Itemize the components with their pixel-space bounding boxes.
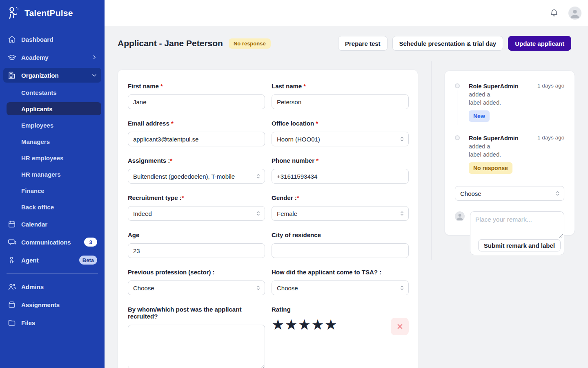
city-input[interactable] bbox=[272, 243, 409, 258]
sidebar-item-organization[interactable]: Organization bbox=[3, 68, 101, 83]
sidebar-item-label: Agent bbox=[21, 257, 39, 264]
person-icon bbox=[7, 256, 16, 265]
graduation-cap-icon bbox=[7, 53, 16, 62]
event-timestamp: 1 days ago bbox=[537, 82, 564, 122]
sidebar-subitem-contestants[interactable]: Contestants bbox=[7, 86, 101, 99]
sidebar-item-label: Admins bbox=[21, 283, 44, 290]
sidebar-subitem-back-office[interactable]: Back office bbox=[7, 200, 101, 213]
sidebar-subitem-employees[interactable]: Employees bbox=[7, 119, 101, 132]
page-title: Applicant - Jane Peterson bbox=[118, 38, 223, 48]
sidebar-subitem-managers[interactable]: Managers bbox=[7, 135, 101, 148]
vertical-divider bbox=[431, 61, 432, 260]
activity-event: Role SuperAdmin added a label added. No … bbox=[455, 134, 564, 174]
brand-logo[interactable]: TalentPulse bbox=[0, 0, 105, 26]
timeline-dot-icon bbox=[455, 83, 460, 88]
select-chevrons-icon bbox=[256, 285, 261, 291]
phone-input[interactable] bbox=[272, 169, 409, 184]
previous-profession-select[interactable]: Choose bbox=[128, 280, 265, 295]
select-chevrons-icon bbox=[555, 191, 560, 197]
sidebar-subitem-applicants[interactable]: Applicants bbox=[7, 102, 101, 115]
recruited-by-label: By whom/which post was the applicant rec… bbox=[128, 306, 265, 320]
age-input[interactable] bbox=[128, 243, 265, 258]
schedule-presentation-button[interactable]: Schedule presentation & trial day bbox=[392, 36, 503, 51]
phone-label: Phone number * bbox=[272, 157, 409, 164]
recruitment-type-field: Recruitment type :* Indeed bbox=[128, 194, 265, 221]
home-icon bbox=[7, 35, 16, 44]
first-name-input[interactable] bbox=[128, 94, 265, 109]
sidebar-item-admins[interactable]: Admins bbox=[3, 279, 101, 294]
rating-stars[interactable]: ★★★★★ bbox=[272, 317, 338, 332]
remark-composer: Submit remark and label bbox=[455, 211, 564, 255]
sidebar-item-label: Academy bbox=[21, 54, 49, 61]
source-select[interactable]: Choose bbox=[272, 280, 409, 295]
event-label-badge: No response bbox=[469, 162, 512, 174]
assignments-field: Assignments :* Buitendienst (goededoelen… bbox=[128, 157, 265, 184]
assignments-select[interactable]: Buitendienst (goededoelen), T-mobile bbox=[128, 169, 265, 184]
recruited-by-field: By whom/which post was the applicant rec… bbox=[128, 306, 265, 368]
select-chevrons-icon bbox=[256, 211, 261, 217]
brand-name: TalentPulse bbox=[24, 8, 73, 18]
sidebar-item-calendar[interactable]: Calendar bbox=[3, 217, 101, 231]
sidebar-item-label: Dashboard bbox=[21, 36, 53, 43]
sidebar: TalentPulse Dashboard Academy Organizati… bbox=[0, 0, 105, 368]
sidebar-item-assignments[interactable]: Assignments bbox=[3, 297, 101, 312]
previous-profession-field: Previous profession (sector) : Choose bbox=[128, 269, 265, 295]
first-name-label: First name * bbox=[128, 83, 265, 90]
sidebar-subitem-finance[interactable]: Finance bbox=[7, 184, 101, 197]
sidebar-nav: Dashboard Academy Organization Contestan… bbox=[0, 26, 105, 330]
assignments-label: Assignments :* bbox=[128, 157, 265, 164]
event-actor: Role SuperAdmin bbox=[469, 135, 519, 141]
update-applicant-button[interactable]: Update applicant bbox=[508, 36, 571, 51]
sidebar-item-academy[interactable]: Academy bbox=[3, 50, 101, 65]
sidebar-subitem-hr-managers[interactable]: HR managers bbox=[7, 168, 101, 181]
gender-field: Gender :* Female bbox=[272, 194, 409, 221]
prepare-test-button[interactable]: Prepare test bbox=[338, 36, 388, 51]
chevron-down-icon bbox=[91, 72, 97, 78]
folder-icon bbox=[7, 318, 16, 327]
timeline-dot-icon bbox=[455, 135, 460, 140]
recruitment-type-select[interactable]: Indeed bbox=[128, 206, 265, 221]
bell-icon[interactable] bbox=[550, 9, 559, 18]
sidebar-subitem-hr-employees[interactable]: HR employees bbox=[7, 151, 101, 164]
main-content: Applicant - Jane Peterson No response Pr… bbox=[105, 26, 588, 368]
topbar bbox=[105, 0, 588, 26]
commenter-avatar bbox=[455, 211, 465, 221]
email-label: Email address * bbox=[128, 120, 265, 127]
activity-event: Role SuperAdmin added a label added. New… bbox=[455, 82, 564, 122]
source-field: How did the applicant come to TSA? : Cho… bbox=[272, 269, 409, 295]
select-chevrons-icon bbox=[399, 211, 405, 217]
sidebar-item-communications[interactable]: Communications 3 bbox=[3, 235, 101, 249]
sidebar-item-label: Organization bbox=[21, 72, 59, 79]
remark-textarea[interactable] bbox=[470, 212, 564, 237]
person-pulse-icon bbox=[7, 6, 20, 20]
age-label: Age bbox=[128, 231, 265, 238]
gender-select[interactable]: Female bbox=[272, 206, 409, 221]
age-field: Age bbox=[128, 231, 265, 258]
sidebar-divider bbox=[7, 273, 98, 274]
applicant-form-card: First name * Last name * Email address *… bbox=[118, 70, 418, 368]
email-input[interactable] bbox=[128, 132, 265, 146]
recruited-by-textarea[interactable] bbox=[128, 325, 265, 368]
submit-remark-button[interactable]: Submit remark and label bbox=[478, 239, 561, 251]
rating-field: Rating ★★★★★ bbox=[272, 306, 409, 368]
label-select[interactable]: Choose bbox=[455, 186, 564, 201]
last-name-input[interactable] bbox=[272, 94, 409, 109]
recruitment-type-label: Recruitment type :* bbox=[128, 194, 265, 201]
event-action: added a bbox=[469, 91, 490, 98]
previous-profession-label: Previous profession (sector) : bbox=[128, 269, 265, 276]
user-avatar[interactable] bbox=[568, 7, 581, 20]
communications-count-badge: 3 bbox=[84, 238, 97, 247]
chevron-right-icon bbox=[91, 54, 97, 60]
clear-rating-button[interactable] bbox=[391, 318, 409, 335]
sidebar-item-files[interactable]: Files bbox=[3, 315, 101, 330]
last-name-field: Last name * bbox=[272, 83, 409, 109]
agent-beta-badge: Beta bbox=[79, 256, 97, 265]
city-label: City of residence bbox=[272, 231, 409, 238]
office-location-field: Office location * Hoorn (HOO01) bbox=[272, 120, 409, 146]
office-location-select[interactable]: Hoorn (HOO01) bbox=[272, 132, 409, 146]
select-chevrons-icon bbox=[399, 136, 405, 142]
event-action-line2: label added. bbox=[469, 99, 533, 107]
sidebar-item-dashboard[interactable]: Dashboard bbox=[3, 32, 101, 47]
sidebar-item-agent[interactable]: Agent Beta bbox=[3, 253, 101, 267]
sidebar-item-label: Files bbox=[21, 319, 35, 326]
